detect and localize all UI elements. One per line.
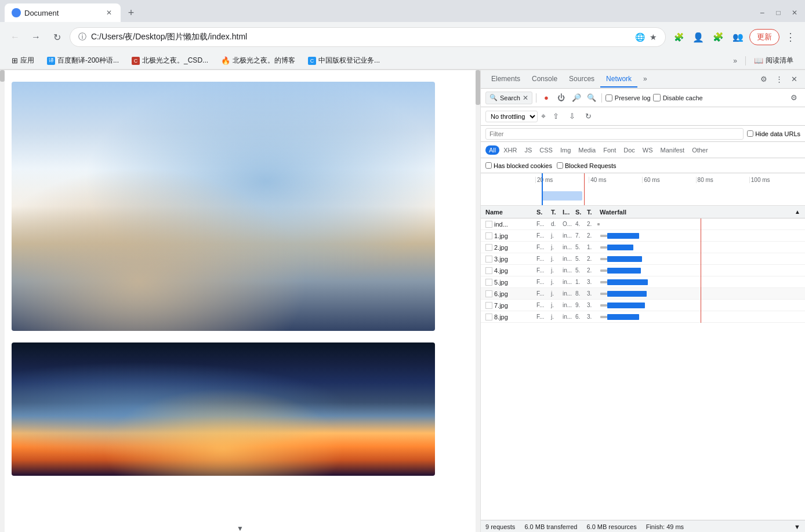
col-waterfall-header[interactable]: Waterfall ▲ <box>597 209 803 216</box>
disable-cache-label: Disable cache <box>663 94 703 101</box>
table-row[interactable]: ind... F... d. O... 4. 2. <box>481 218 805 230</box>
upload-icon[interactable]: ⇧ <box>549 110 562 123</box>
table-row[interactable]: 5.jpg F... j. in... 1. 3. <box>481 276 805 288</box>
preserve-log-input[interactable] <box>605 94 612 101</box>
type-filter-all[interactable]: All <box>485 145 499 155</box>
blocked-requests-label[interactable]: Blocked Requests <box>557 162 617 169</box>
type-filter-css[interactable]: CSS <box>536 145 556 155</box>
row-2-waterfall <box>597 242 803 253</box>
new-tab-button[interactable]: + <box>123 5 139 21</box>
toolbar-separator-2 <box>601 93 602 103</box>
devtools-statusbar: 9 requests 6.0 MB transferred 6.0 MB res… <box>481 520 805 532</box>
type-filter-manifest[interactable]: Manifest <box>657 145 688 155</box>
table-row[interactable]: 7.jpg F... j. in... 9. 3. <box>481 300 805 311</box>
profile-icon[interactable]: 👤 <box>690 29 706 45</box>
right-scroll-thumb[interactable] <box>476 70 480 105</box>
tab-console[interactable]: Console <box>526 71 563 88</box>
clear-button[interactable]: ⏻ <box>555 92 568 104</box>
devtools-bottom-arrow[interactable]: ▼ <box>794 523 800 530</box>
blocked-row: Has blocked cookies Blocked Requests <box>481 158 805 173</box>
tab-more[interactable]: » <box>637 71 653 88</box>
table-row[interactable]: 8.jpg F... j. in... 6. 3. <box>481 311 805 323</box>
type-filter-font[interactable]: Font <box>600 145 619 155</box>
has-blocked-cookies-input[interactable] <box>485 162 492 169</box>
devtools-close-icon[interactable]: ✕ <box>788 73 800 86</box>
extensions-puzzle-icon[interactable]: 🧩 <box>710 29 726 45</box>
blocked-requests-input[interactable] <box>557 162 563 169</box>
search-box[interactable]: 🔍 Search ✕ <box>485 92 532 104</box>
table-row[interactable]: 6.jpg F... j. in... 8. 3. <box>481 288 805 300</box>
bottom-scroll-arrow[interactable]: ▼ <box>237 524 244 532</box>
tab-network[interactable]: Network <box>600 71 637 88</box>
table-row[interactable]: 1.jpg F... j. in... 7. 2. <box>481 230 805 242</box>
type-filter-js[interactable]: JS <box>521 145 535 155</box>
people-icon[interactable]: 👥 <box>730 29 746 45</box>
tab-close-button[interactable]: ✕ <box>104 8 114 17</box>
devtools-more-icon[interactable]: ⋮ <box>773 73 785 86</box>
close-window-icon[interactable]: ✕ <box>789 7 800 19</box>
col-time-header[interactable]: T. <box>586 209 597 216</box>
bookmark-baidu-label: 百度翻译-200种语... <box>57 56 119 65</box>
type-filter-doc[interactable]: Doc <box>620 145 639 155</box>
type-filter-other[interactable]: Other <box>688 145 712 155</box>
bookmarks-more-button[interactable]: » <box>733 57 737 65</box>
bookmark-blog[interactable]: 🔥 北极光之夜。的博客 <box>216 54 300 67</box>
type-filter-media[interactable]: Media <box>575 145 599 155</box>
minimize-icon[interactable]: − <box>756 7 768 19</box>
update-button[interactable]: 更新 <box>749 29 779 45</box>
bookmark-copyright[interactable]: C 中国版权登记业务... <box>303 54 385 67</box>
bookmark-icon[interactable]: ★ <box>650 32 657 42</box>
type-filter-ws[interactable]: WS <box>639 145 657 155</box>
row-0-type: d. <box>550 221 561 227</box>
hide-data-urls-input[interactable] <box>747 130 753 137</box>
left-scroll-thumb[interactable] <box>0 70 5 82</box>
translate-icon[interactable]: 🌐 <box>635 32 645 42</box>
has-blocked-cookies-label[interactable]: Has blocked cookies <box>485 162 552 169</box>
filter-input[interactable] <box>485 128 744 140</box>
col-size-header[interactable]: S. <box>574 209 586 216</box>
active-tab[interactable]: Document ✕ <box>5 3 121 22</box>
back-button[interactable]: ← <box>7 29 23 45</box>
row-5-icon <box>485 279 492 286</box>
reader-list-button[interactable]: 📖 阅读清单 <box>749 54 798 67</box>
col-status-header[interactable]: S. <box>535 209 550 216</box>
reload-network-icon[interactable]: ↻ <box>582 110 594 123</box>
bookmark-baidu[interactable]: 译 百度翻译-200种语... <box>42 54 124 67</box>
row-8-name: 8.jpg <box>494 314 508 320</box>
tab-elements[interactable]: Elements <box>485 71 526 88</box>
restore-icon[interactable]: □ <box>773 7 784 19</box>
record-button[interactable]: ● <box>540 92 553 104</box>
type-filter-img[interactable]: Img <box>557 145 574 155</box>
address-input[interactable]: ⓘ C:/Users/夜/Desktop/图片懒加载/index.html 🌐 … <box>70 27 666 47</box>
preserve-log-checkbox[interactable]: Preserve log <box>605 94 651 101</box>
tab-sources[interactable]: Sources <box>563 71 600 88</box>
devtools-settings-gear[interactable]: ⚙ <box>788 92 800 104</box>
extensions-icon[interactable]: 🧩 <box>670 29 687 45</box>
forward-button[interactable]: → <box>28 29 44 45</box>
col-type-header[interactable]: T. <box>550 209 561 216</box>
hide-data-urls-checkbox[interactable]: Hide data URLs <box>747 130 800 137</box>
reload-button[interactable]: ↻ <box>49 29 65 45</box>
bookmark-apps[interactable]: ⊞ 应用 <box>7 54 39 67</box>
row-7-name: 7.jpg <box>494 302 508 309</box>
table-row[interactable]: 3.jpg F... j. in... 5. 2. <box>481 253 805 265</box>
filter-button[interactable]: 🔎 <box>570 92 583 104</box>
timeline-activity <box>542 191 582 201</box>
disable-cache-input[interactable] <box>653 94 661 101</box>
row-2-icon <box>485 244 492 251</box>
col-name-header[interactable]: Name <box>483 209 535 216</box>
throttle-select[interactable]: No throttling <box>485 111 538 122</box>
table-row[interactable]: 2.jpg F... j. in... 5. 1. <box>481 242 805 253</box>
search-button[interactable]: 🔍 <box>585 92 598 104</box>
col-initiator-header[interactable]: I... <box>561 209 574 216</box>
download-icon[interactable]: ⇩ <box>565 110 578 123</box>
timeline-red-line <box>584 173 585 205</box>
disable-cache-checkbox[interactable]: Disable cache <box>653 94 703 101</box>
search-close-icon[interactable]: ✕ <box>523 94 528 102</box>
browser-menu-icon[interactable]: ⋮ <box>783 31 798 43</box>
bookmark-csdn[interactable]: C 北极光之夜。_CSD... <box>127 54 213 67</box>
type-filter-xhr[interactable]: XHR <box>500 145 520 155</box>
row-4-waterfall <box>597 265 803 276</box>
devtools-settings-icon[interactable]: ⚙ <box>757 73 770 86</box>
table-row[interactable]: 4.jpg F... j. in... 5. 2. <box>481 265 805 276</box>
